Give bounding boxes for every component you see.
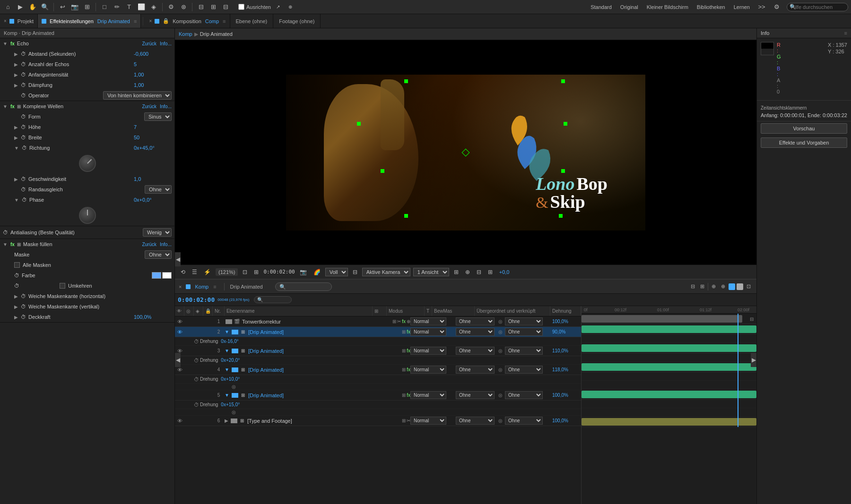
arrow-tool-icon[interactable]: ▶ — [15, 2, 26, 12]
menu-bibliotheken[interactable]: Bibliotheken — [695, 3, 727, 11]
3d-icon[interactable]: ⊕ — [463, 268, 472, 276]
tl-btn-4[interactable]: ⊕ — [719, 282, 727, 290]
tl-blue-btn[interactable] — [729, 283, 735, 290]
maske-dropdown[interactable]: Ohne — [145, 250, 172, 259]
tl-btn-1[interactable]: ⊟ — [689, 282, 697, 290]
layer-3-mode-select[interactable]: Normal — [410, 347, 446, 355]
daempfung-value[interactable]: 1,00 — [134, 82, 172, 88]
rect-tool-icon[interactable]: □ — [99, 2, 110, 12]
layer-2-fx[interactable]: fx — [407, 329, 410, 334]
fast-preview-icon[interactable]: ⚡ — [202, 268, 213, 276]
layer-2-prop1[interactable]: ⊞ — [402, 329, 406, 334]
layer-3-audio[interactable] — [184, 346, 194, 356]
paint-tool-icon[interactable]: ⬜ — [136, 2, 147, 12]
wellen-info-link[interactable]: Info... — [160, 104, 172, 109]
layer-5-bewmas-select[interactable]: Ohne — [456, 391, 495, 399]
camera-dropdown[interactable]: Aktive Kamera — [362, 268, 410, 276]
layer-2-bewmas-select[interactable]: Ohne — [456, 328, 495, 336]
layer-2-sub-value[interactable]: 0x-16,0° — [221, 339, 238, 344]
layer-1-lock[interactable] — [203, 316, 213, 326]
align-icon3[interactable]: ⊟ — [220, 2, 231, 12]
grid-overlay-icon[interactable]: ⊞ — [252, 268, 261, 276]
komp-preview-tab[interactable]: × 🔒 Komposition Comp ≡ — [145, 14, 230, 28]
ausrichten-checkbox[interactable] — [238, 4, 244, 10]
tl-gray-btn[interactable] — [737, 283, 743, 290]
echo-zuruck-link[interactable]: Zurück — [142, 41, 156, 46]
layer-3-sub-value[interactable]: 0x+20,0° — [221, 358, 240, 363]
layer-6-vis[interactable]: 👁 — [175, 416, 184, 426]
layer-3-bewmas-select[interactable]: Ohne — [456, 347, 495, 355]
menu-lernen[interactable]: Lernen — [732, 3, 752, 11]
richtung-value[interactable]: 0x+45,0° — [134, 145, 172, 151]
text-tool-icon[interactable]: T — [124, 2, 134, 12]
layer-5-solo[interactable] — [194, 390, 203, 400]
wellen-header-row[interactable]: ▼ fx ⊞ Komplexe Wellen Zurück Info... — [0, 101, 174, 111]
zoom-tool-icon[interactable]: 🔍 — [40, 2, 50, 12]
layer-6-mode-select[interactable]: Normal — [410, 417, 446, 425]
undo-icon[interactable]: ↩ — [57, 2, 68, 12]
layer-4-solo[interactable] — [194, 365, 203, 375]
preview-timecode[interactable]: 0:00:02:00 — [263, 269, 295, 275]
region-icon[interactable]: ⊟ — [351, 268, 359, 276]
layer-1-parent-select[interactable]: Ohne — [505, 317, 543, 325]
effects-tab[interactable]: Effekteinstellungen Drip Animated ≡ — [38, 14, 141, 28]
layer-6-prop2[interactable]: ✂ — [407, 418, 410, 423]
farbe-swatch-1[interactable] — [152, 272, 161, 279]
layer-2-toggle[interactable]: ▼ — [225, 329, 229, 334]
footage-tab[interactable]: Footage (ohne) — [273, 14, 321, 28]
layer-5-prop1[interactable]: ⊞ — [402, 393, 406, 398]
deckkraft-toggle[interactable]: ▶ — [14, 315, 18, 320]
layer-4-prop1[interactable]: ⊞ — [402, 367, 406, 372]
quality-dropdown[interactable]: Voll — [325, 268, 348, 276]
layer-5-toggle[interactable]: ▼ — [225, 393, 229, 398]
layer-1-bewmas-select[interactable]: Ohne — [456, 317, 495, 325]
weiche-h-toggle[interactable]: ▶ — [14, 294, 18, 299]
phase-value[interactable]: 0x+0,0° — [134, 197, 172, 203]
phase-collapse-icon[interactable]: ▼ — [14, 197, 19, 203]
aa-dropdown[interactable]: Wenig — [143, 228, 172, 237]
zoom-indicator[interactable]: (121%) — [216, 268, 238, 276]
camera-icon[interactable]: 📷 — [69, 2, 80, 12]
layer-5-fx[interactable]: fx — [407, 393, 410, 398]
alle-masken-checkbox[interactable] — [14, 262, 20, 268]
views-dropdown[interactable]: 1 Ansicht — [413, 268, 449, 276]
rand-dropdown[interactable]: Ohne — [145, 185, 172, 194]
panel-collapse-arrow-right[interactable]: ▶ — [751, 353, 756, 367]
echo-header-row[interactable]: ▼ fx Echo Zurück Info... — [0, 38, 174, 49]
menu-standard[interactable]: Standard — [589, 3, 614, 11]
layer-1-fx[interactable]: fx — [402, 319, 406, 324]
layer-5-name[interactable]: [Drip Animated] — [247, 393, 402, 398]
timeline-menu-icon[interactable]: ≡ — [213, 284, 216, 290]
abstand-toggle[interactable]: ▶ — [14, 51, 18, 57]
layer-6-bewmas-select[interactable]: Ohne — [456, 417, 495, 425]
anfangs-value[interactable]: 1,00 — [134, 72, 172, 77]
layer-1-solo[interactable] — [194, 316, 203, 326]
transparency-icon[interactable]: ⊞ — [486, 268, 495, 276]
operator-dropdown[interactable]: Von hinten kombinieren — [103, 91, 172, 100]
layer-5-parent-select[interactable]: Ohne — [505, 391, 543, 399]
stamp-tool-icon[interactable]: ◈ — [148, 2, 159, 12]
layer-5-vis[interactable] — [175, 390, 184, 400]
layer-3-lock[interactable] — [203, 346, 213, 356]
layer-2-name[interactable]: [Drip Animated] — [247, 329, 402, 335]
panel-layout-icon[interactable]: ⊞ — [452, 268, 460, 276]
ausrichten-icon[interactable]: ↗ — [273, 2, 283, 12]
timeline-timecode[interactable]: 0:00:02:00 — [178, 296, 215, 303]
richtung-collapse-icon[interactable]: ▼ — [14, 145, 19, 151]
layer-3-parent-select[interactable]: Ohne — [505, 347, 543, 355]
effekte-btn[interactable]: Effekte und Vorgaben — [761, 137, 847, 148]
anzahl-toggle[interactable]: ▶ — [14, 62, 18, 67]
hoehe-value[interactable]: 7 — [134, 124, 172, 130]
komp-menu-icon[interactable]: ≡ — [223, 18, 226, 24]
tl-btn-2[interactable]: ⊞ — [698, 282, 706, 290]
layer-4-parent-select[interactable]: Ohne — [505, 366, 543, 374]
puppet-tool-icon[interactable]: ⚙ — [166, 2, 176, 12]
pixel-aspect-icon[interactable]: ⊟ — [475, 268, 483, 276]
layer-4-sub-value[interactable]: 0x+10,0° — [221, 376, 240, 382]
effects-menu-icon[interactable]: ≡ — [134, 18, 137, 24]
form-dropdown[interactable]: Sinus — [144, 112, 172, 121]
phase-dial[interactable] — [79, 207, 96, 224]
echo-info-link[interactable]: Info... — [160, 41, 172, 46]
settings-icon[interactable]: ⚙ — [772, 2, 782, 12]
layer-4-lock[interactable] — [203, 365, 213, 375]
